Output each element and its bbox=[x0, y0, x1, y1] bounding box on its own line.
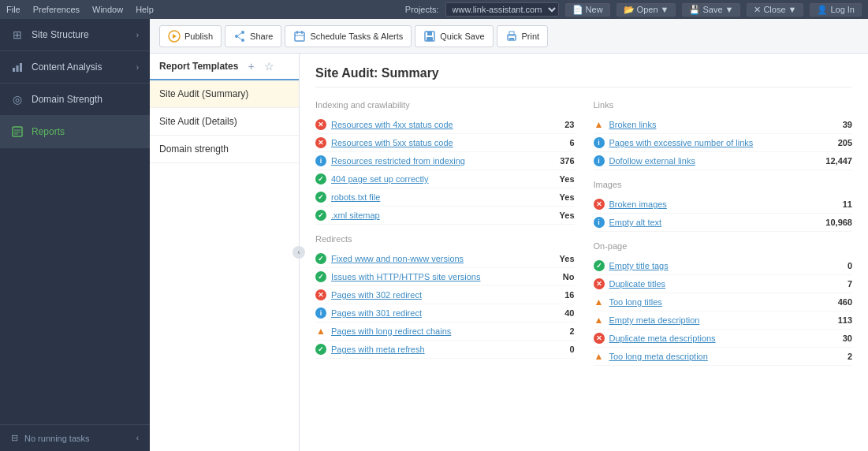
section-title-images: Images bbox=[594, 180, 853, 189]
print-button[interactable]: Print bbox=[497, 25, 549, 47]
sidebar-item-label: Reports bbox=[32, 126, 65, 137]
svg-line-13 bbox=[238, 37, 241, 39]
chevron-right-icon: › bbox=[136, 63, 139, 72]
save-button[interactable]: 💾 Save ▼ bbox=[682, 3, 740, 17]
sidebar-item-domain-strength[interactable]: ◎ Domain Strength bbox=[0, 84, 150, 116]
row-value: 0 bbox=[821, 261, 852, 270]
row-label[interactable]: Fixed www and non-www versions bbox=[331, 254, 538, 263]
publish-button[interactable]: Publish bbox=[159, 25, 222, 47]
menu-bar-right: Projects: www.link-assistant.com 📄 New 📂… bbox=[405, 2, 862, 17]
report-row: iResources restricted from indexing376 bbox=[315, 152, 575, 170]
section-title-onpage: On-page bbox=[594, 241, 853, 251]
row-label[interactable]: Resources with 4xx status code bbox=[331, 120, 538, 129]
report-row: ✓Fixed www and non-www versionsYes bbox=[315, 250, 575, 268]
sidebar-item-label: Domain Strength bbox=[32, 94, 102, 105]
row-label[interactable]: Duplicate titles bbox=[609, 279, 817, 289]
report-row: ▲Empty meta description113 bbox=[594, 311, 853, 330]
row-value: Yes bbox=[543, 254, 575, 263]
row-label[interactable]: Resources restricted from indexing bbox=[331, 156, 538, 166]
schedule-button[interactable]: Schedule Tasks & Alerts bbox=[285, 25, 412, 47]
reports-icon bbox=[11, 125, 24, 138]
report-row: ✓Pages with meta refresh0 bbox=[315, 341, 575, 359]
template-item-site-audit-details[interactable]: Site Audit (Details) bbox=[150, 108, 299, 136]
sidebar-item-label: Content Analysis bbox=[32, 62, 102, 73]
quicksave-button[interactable]: Quick Save bbox=[415, 25, 493, 47]
add-template-button[interactable]: + bbox=[248, 60, 254, 73]
row-label[interactable]: Empty meta description bbox=[609, 315, 817, 325]
row-label[interactable]: Resources with 5xx status code bbox=[331, 138, 538, 147]
row-label[interactable]: Pages with meta refresh bbox=[331, 345, 538, 354]
star-template-button[interactable]: ☆ bbox=[264, 60, 274, 73]
share-button[interactable]: Share bbox=[225, 25, 281, 47]
templates-panel: Report Templates + ☆ Site Audit (Summary… bbox=[150, 54, 300, 451]
images-rows: ✕Broken images11iEmpty alt text10,968 bbox=[594, 196, 853, 232]
template-item-site-audit-summary[interactable]: Site Audit (Summary) bbox=[150, 80, 299, 108]
report-row: ✕Resources with 4xx status code23 bbox=[315, 116, 575, 134]
row-status-icon: ▲ bbox=[594, 315, 605, 326]
projects-label: Projects: bbox=[405, 5, 439, 14]
report-title: Site Audit: Summary bbox=[315, 66, 852, 88]
close-button[interactable]: ✕ Close ▼ bbox=[747, 3, 803, 17]
row-label[interactable]: Too long titles bbox=[609, 297, 817, 307]
row-label[interactable]: .xml sitemap bbox=[331, 211, 538, 220]
row-label[interactable]: Too long meta description bbox=[609, 352, 817, 361]
collapse-panel-button[interactable]: ‹ bbox=[292, 246, 305, 259]
row-label[interactable]: Pages with 302 redirect bbox=[331, 290, 538, 300]
folder-icon: 📂 bbox=[624, 5, 635, 15]
report-row: ✕Broken images11 bbox=[594, 196, 853, 214]
project-select[interactable]: www.link-assistant.com bbox=[445, 2, 559, 17]
row-label[interactable]: Issues with HTTP/HTTPS site versions bbox=[331, 272, 538, 281]
open-button[interactable]: 📂 Open ▼ bbox=[617, 3, 676, 17]
row-value: 40 bbox=[543, 308, 575, 318]
row-status-icon: ✕ bbox=[315, 289, 326, 300]
menu-window[interactable]: Window bbox=[92, 5, 123, 14]
row-status-icon: ✓ bbox=[315, 344, 326, 355]
row-status-icon: ✕ bbox=[594, 333, 605, 344]
menu-preferences[interactable]: Preferences bbox=[33, 5, 80, 14]
menu-help[interactable]: Help bbox=[136, 5, 154, 14]
row-label[interactable]: robots.txt file bbox=[331, 192, 538, 202]
row-label[interactable]: Pages with 301 redirect bbox=[331, 308, 538, 318]
save-icon: 💾 bbox=[689, 5, 700, 15]
menu-bar: File Preferences Window Help Projects: w… bbox=[0, 0, 868, 19]
row-label[interactable]: Empty alt text bbox=[609, 218, 817, 227]
row-value: 2 bbox=[821, 352, 852, 361]
share-icon bbox=[233, 30, 246, 43]
row-label[interactable]: Broken images bbox=[609, 199, 817, 209]
publish-icon bbox=[168, 30, 181, 43]
expand-button[interactable]: ‹ bbox=[136, 434, 139, 442]
row-label[interactable]: 404 page set up correctly bbox=[331, 174, 538, 184]
row-label[interactable]: Pages with long redirect chains bbox=[331, 326, 538, 336]
sidebar-item-label: Site Structure bbox=[32, 29, 89, 40]
content-area: Publish Share bbox=[150, 19, 868, 451]
row-status-icon: ✕ bbox=[315, 137, 326, 148]
row-label[interactable]: Empty title tags bbox=[609, 261, 817, 270]
svg-line-12 bbox=[238, 33, 241, 35]
report-row: ▲Too long titles460 bbox=[594, 293, 853, 311]
tasks-icon: ⊟ bbox=[11, 433, 18, 443]
template-item-domain-strength[interactable]: Domain strength bbox=[150, 136, 299, 163]
chevron-down-icon: ▼ bbox=[725, 5, 734, 14]
row-value: 205 bbox=[821, 138, 852, 147]
sidebar-item-site-structure[interactable]: ⊞ Site Structure › bbox=[0, 19, 150, 51]
row-value: 460 bbox=[821, 297, 852, 307]
row-status-icon: i bbox=[315, 155, 326, 166]
row-label[interactable]: Broken links bbox=[609, 120, 817, 129]
row-status-icon: ✓ bbox=[594, 260, 605, 271]
report-row: ▲Pages with long redirect chains2 bbox=[315, 322, 575, 341]
menu-file[interactable]: File bbox=[6, 5, 20, 14]
row-value: 0 bbox=[543, 345, 575, 354]
row-label[interactable]: Duplicate meta descriptions bbox=[609, 334, 817, 343]
new-button[interactable]: 📄 New bbox=[565, 3, 610, 17]
login-button[interactable]: 👤 Log In bbox=[810, 3, 862, 17]
quicksave-icon bbox=[423, 30, 436, 43]
sidebar-item-reports[interactable]: Reports bbox=[0, 116, 150, 148]
row-label[interactable]: Dofollow external links bbox=[609, 156, 817, 166]
print-icon bbox=[505, 30, 518, 43]
row-label[interactable]: Pages with excessive number of links bbox=[609, 138, 817, 147]
sidebar-item-content-analysis[interactable]: Content Analysis › bbox=[0, 51, 150, 84]
report-row: ▲Broken links39 bbox=[594, 116, 853, 134]
svg-point-9 bbox=[241, 31, 244, 34]
page-icon: 📄 bbox=[572, 5, 583, 15]
row-value: Yes bbox=[543, 211, 575, 220]
